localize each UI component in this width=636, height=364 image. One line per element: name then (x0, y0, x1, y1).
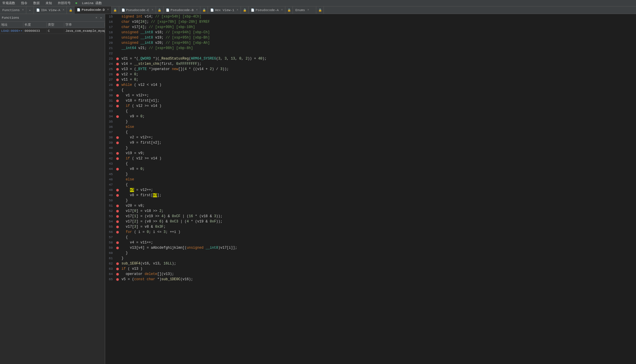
tab-lock-btn4[interactable]: 🔒 (200, 6, 208, 14)
code-line[interactable]: 31 v18 = first[v1]; (105, 98, 636, 103)
code-line[interactable]: 64 operator delete[](v13); (105, 271, 636, 277)
breakpoint-indicator[interactable] (115, 231, 120, 234)
tab-hex-view-1[interactable]: 📄 Hex View-1 × (208, 6, 241, 14)
tab-ida-view-a[interactable]: 📄 IDA View-A × (34, 6, 67, 14)
code-line[interactable]: 23v21 = *(_QWORD *)(_ReadStatusReg(ARM64… (105, 56, 636, 61)
code-line[interactable]: 30 v1 = v12++; (105, 93, 636, 98)
tab-pseudo-d-close[interactable]: × (107, 8, 109, 11)
code-line[interactable]: 46 else (105, 177, 636, 182)
code-line[interactable]: 18unsigned __int8 v18; // [xsp+94h] [xbp… (105, 30, 636, 35)
menu-unknown[interactable]: 未知 (44, 0, 53, 6)
breakpoint-indicator[interactable] (115, 215, 120, 218)
tab-enums-close[interactable]: × (307, 8, 309, 12)
menu-instruction[interactable]: 指令 (20, 0, 29, 6)
breakpoint-indicator[interactable] (115, 241, 120, 244)
breakpoint-indicator[interactable] (115, 273, 120, 276)
code-line[interactable]: 61} (105, 256, 636, 261)
breakpoint-indicator[interactable] (115, 94, 120, 97)
breakpoint-indicator[interactable] (115, 142, 120, 144)
code-line[interactable]: 47 { (105, 182, 636, 187)
breakpoint-indicator[interactable] (115, 58, 120, 60)
panel-nav-btn[interactable]: ▸ (99, 15, 103, 20)
code-line[interactable]: 22 (105, 51, 636, 56)
breakpoint-indicator[interactable] (115, 278, 120, 281)
code-line[interactable]: 56 for ( i = 0; i <= 3; ++i ) (105, 229, 636, 235)
breakpoint-indicator[interactable] (115, 189, 120, 191)
breakpoint-indicator[interactable] (115, 247, 120, 249)
code-line[interactable]: 17char v17[4]; // [xsp+90h] [xbp-10h] (105, 25, 636, 30)
code-line[interactable]: 32 if ( v12 >= v14 ) (105, 103, 636, 109)
breakpoint-indicator[interactable] (115, 84, 120, 86)
code-line[interactable]: 51 v20 = v8; (105, 203, 636, 208)
tab-pseudo-c-close[interactable]: × (152, 8, 153, 12)
code-line[interactable]: 57 { (105, 235, 636, 240)
code-line[interactable]: 36 else (105, 124, 636, 130)
breakpoint-indicator[interactable] (115, 73, 120, 76)
code-line[interactable]: 43 { (105, 161, 636, 166)
code-line[interactable]: 65v5 = (const char *)sub_1DE0C(v16); (105, 277, 636, 282)
code-line[interactable]: 20unsigned __int8 v20; // [xsp+96h] [xbp… (105, 40, 636, 46)
breakpoint-indicator[interactable] (115, 210, 120, 213)
tab-functions-close[interactable]: × (22, 8, 24, 12)
code-line[interactable]: 59 v13[v4] = aAbcdefghijklmn[(unsigned _… (105, 245, 636, 250)
tab-nav-btn[interactable]: ▸ (26, 6, 34, 14)
table-row[interactable]: LOAD:0000••• 00000033 C Java_com_example… (0, 28, 105, 34)
tab-lock-btn[interactable]: 🔒 (67, 6, 74, 14)
code-line[interactable]: 60 } (105, 250, 636, 256)
tab-pseudo-b-close[interactable]: × (196, 8, 198, 12)
breakpoint-indicator[interactable] (115, 205, 120, 207)
tab-pseudocode-c[interactable]: 📄 Pseudocode-C × (119, 6, 156, 14)
tab-lock-btn5[interactable]: 🔒 (241, 6, 249, 14)
tab-lock-btn6[interactable]: 🔒 (285, 6, 293, 14)
breakpoint-indicator[interactable] (115, 100, 120, 102)
code-line[interactable]: 48 v3 = v12++; (105, 187, 636, 193)
breakpoint-indicator[interactable] (115, 79, 120, 81)
breakpoint-indicator[interactable] (115, 226, 120, 228)
code-area[interactable]: 15signed int v14; // [xsp+54h] [xbp-4Ch]… (105, 14, 636, 364)
code-line[interactable]: 24v14 = __strlen_chk(first, 0xFFFFFFFF); (105, 61, 636, 67)
breakpoint-indicator[interactable] (115, 115, 120, 118)
breakpoint-indicator[interactable] (115, 105, 120, 107)
menu-extern[interactable]: 外部符号 (57, 0, 72, 6)
tab-ida-close[interactable]: × (62, 8, 64, 12)
code-line[interactable]: 49 v8 = first[v3]; (105, 193, 636, 198)
code-line[interactable]: 63if ( v13 ) (105, 266, 636, 271)
tab-lock-btn2[interactable]: 🔒 (112, 6, 119, 14)
code-line[interactable]: 42 if ( v12 >= v14 ) (105, 156, 636, 161)
code-line[interactable]: 33 { (105, 109, 636, 114)
code-line[interactable]: 58 v4 = v11++; (105, 240, 636, 245)
breakpoint-indicator[interactable] (115, 157, 120, 160)
tab-pseudocode-b[interactable]: 📄 Pseudocode-B × (164, 6, 200, 14)
code-line[interactable]: 27v11 = 0; (105, 77, 636, 82)
tab-pseudocode-a[interactable]: 📄 Pseudocode-A × (249, 6, 285, 14)
code-line[interactable]: 40 } (105, 145, 636, 151)
code-line[interactable]: 55 v17[3] = v8 & 0x3F; (105, 224, 636, 229)
breakpoint-indicator[interactable] (115, 220, 120, 223)
code-line[interactable]: 45 } (105, 172, 636, 177)
code-line[interactable]: 54 v17[2] = (v8 >> 6) & 0xC3 | (4 * (v19… (105, 219, 636, 224)
tab-hex-close[interactable]: × (237, 8, 238, 12)
breakpoint-indicator[interactable] (115, 68, 120, 71)
code-line[interactable]: 26v12 = 0; (105, 72, 636, 77)
code-line[interactable]: 62sub_1E0F4(v16, v13, 16LL); (105, 261, 636, 266)
code-line[interactable]: 29{ (105, 88, 636, 93)
code-line[interactable]: 35 } (105, 119, 636, 124)
tab-functions[interactable]: Functions × (0, 6, 26, 14)
code-line[interactable]: 37 { (105, 130, 636, 135)
breakpoint-indicator[interactable] (115, 268, 120, 270)
panel-close-btn[interactable]: × (95, 16, 98, 20)
breakpoint-indicator[interactable] (115, 168, 120, 170)
code-line[interactable]: 28while ( v12 < v14 ) (105, 82, 636, 88)
tab-pseudocode-d[interactable]: 📄 Pseudocode-D × (74, 6, 111, 14)
code-line[interactable]: 52 v17[0] = v18 >> 2; (105, 208, 636, 214)
code-line[interactable]: 34 v9 = 0; (105, 114, 636, 119)
code-line[interactable]: 38 v2 = v12++; (105, 135, 636, 140)
menu-overview[interactable]: 常规函数 (1, 0, 16, 6)
breakpoint-indicator[interactable] (115, 152, 120, 155)
breakpoint-indicator[interactable] (115, 63, 120, 65)
tab-lock-btn7[interactable]: 🔒 (316, 6, 324, 14)
code-line[interactable]: 16char v16[24]; // [xsp+78h] [xbp-28h] B… (105, 19, 636, 25)
code-line[interactable]: 39 v9 = first[v2]; (105, 140, 636, 145)
tab-lock-btn3[interactable]: 🔒 (156, 6, 164, 14)
code-line[interactable]: 21__int64 v21; // [xsp+98h] [xbp-8h] (105, 46, 636, 51)
